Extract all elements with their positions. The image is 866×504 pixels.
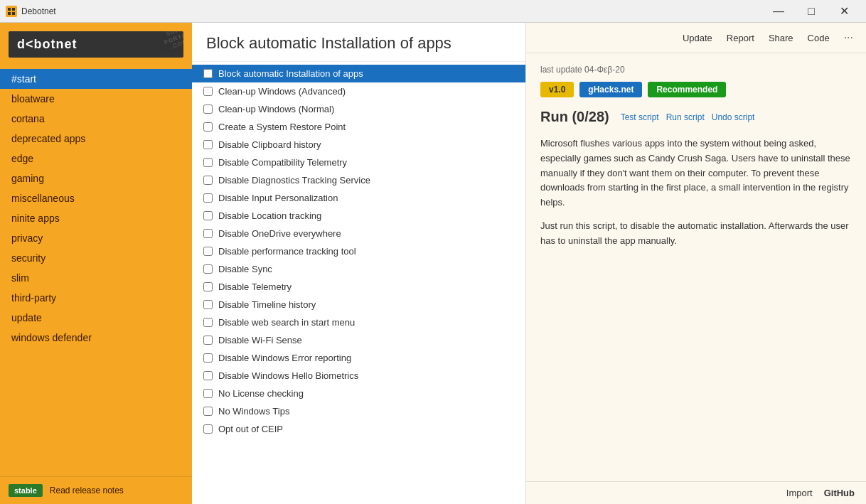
item-checkbox[interactable] (203, 336, 213, 345)
item-checkbox[interactable] (203, 104, 213, 114)
release-notes-link[interactable]: Read release notes (50, 486, 124, 495)
list-item[interactable]: Disable performance tracking tool (192, 242, 525, 260)
sidebar-item-third-party[interactable]: third-party (0, 288, 192, 308)
undo-script-button[interactable]: Undo script (712, 112, 755, 122)
list-item[interactable]: Opt out of CEIP (192, 420, 525, 438)
item-checkbox[interactable] (203, 176, 213, 185)
item-label: Disable Windows Error reporting (218, 353, 351, 363)
list-item[interactable]: Disable Wi-Fi Sense (192, 331, 525, 349)
description-1: Microsoft flushes various apps into the … (540, 136, 852, 210)
item-label: Disable performance tracking tool (218, 246, 356, 257)
list-item[interactable]: Disable Compatibility Telemetry (192, 154, 525, 171)
item-label: Disable Sync (218, 264, 272, 274)
minimize-button[interactable]: — (762, 0, 795, 23)
item-label: No License checking (218, 388, 304, 399)
window-controls: — □ ✕ (762, 0, 860, 23)
item-checkbox[interactable] (203, 407, 213, 416)
item-label: Clean-up Windows (Advanced) (218, 86, 346, 97)
item-label: Disable web search in start menu (218, 317, 355, 328)
item-label: Disable Windows Hello Biometrics (218, 370, 358, 381)
github-button[interactable]: GitHub (824, 488, 855, 498)
report-button[interactable]: Report (725, 30, 756, 46)
sidebar-item-bloatware[interactable]: bloatware (0, 89, 192, 109)
list-item[interactable]: Disable Telemetry (192, 278, 525, 296)
import-button[interactable]: Import (786, 488, 813, 498)
item-checkbox[interactable] (203, 371, 213, 380)
list-item[interactable]: Disable Diagnostics Tracking Service (192, 171, 525, 189)
update-button[interactable]: Update (681, 30, 714, 46)
watermark: SOFTPORTAL.COM (161, 31, 183, 52)
list-item[interactable]: Disable web search in start menu (192, 313, 525, 331)
sidebar-item-slim[interactable]: slim (0, 268, 192, 288)
item-checkbox[interactable] (203, 158, 213, 167)
item-checkbox[interactable] (203, 264, 213, 274)
item-checkbox[interactable] (203, 140, 213, 149)
item-checkbox[interactable] (203, 318, 213, 327)
item-checkbox[interactable] (203, 229, 213, 238)
share-button[interactable]: Share (767, 30, 795, 46)
list-item[interactable]: Disable Input Personalization (192, 189, 525, 207)
source-badge: gHacks.net (579, 82, 642, 97)
list-item[interactable]: No Windows Tips (192, 402, 525, 420)
item-checkbox[interactable] (203, 353, 213, 363)
item-checkbox[interactable] (203, 424, 213, 434)
list-item[interactable]: Clean-up Windows (Advanced) (192, 82, 525, 100)
item-label: Disable Clipboard history (218, 139, 321, 150)
item-label: Clean-up Windows (Normal) (218, 104, 334, 114)
item-label: Opt out of CEIP (218, 424, 283, 434)
sidebar-item-privacy[interactable]: privacy (0, 228, 192, 248)
item-label: Disable Wi-Fi Sense (218, 335, 302, 345)
list-item[interactable]: No License checking (192, 385, 525, 402)
list-item[interactable]: Disable Sync (192, 260, 525, 278)
sidebar-item-security[interactable]: security (0, 248, 192, 268)
test-script-button[interactable]: Test script (621, 112, 659, 122)
close-button[interactable]: ✕ (828, 0, 860, 23)
run-script-button[interactable]: Run script (666, 112, 705, 122)
item-checkbox[interactable] (203, 300, 213, 309)
item-label: Disable Diagnostics Tracking Service (218, 175, 370, 186)
sidebar-logo: d<botnet SOFTPORTAL.COM (9, 31, 183, 58)
maximize-button[interactable]: □ (795, 0, 828, 23)
list-item[interactable]: Disable Location tracking (192, 207, 525, 225)
list-item[interactable]: Clean-up Windows (Normal) (192, 100, 525, 118)
app-icon (6, 6, 17, 17)
sidebar-item-ninite-apps[interactable]: ninite apps (0, 208, 192, 228)
list-item[interactable]: Disable Windows Error reporting (192, 349, 525, 367)
item-checkbox[interactable] (203, 247, 213, 256)
recommended-badge: Recommended (648, 82, 726, 97)
sidebar-item-cortana[interactable]: cortana (0, 109, 192, 129)
description-2: Just run this script, to disable the aut… (540, 219, 852, 249)
item-checkbox[interactable] (203, 211, 213, 220)
sidebar-item-update[interactable]: update (0, 308, 192, 328)
item-checkbox[interactable] (203, 87, 213, 96)
code-button[interactable]: Code (806, 30, 831, 46)
sidebar-item-gaming[interactable]: gaming (0, 168, 192, 188)
sidebar-item-start[interactable]: #start (0, 69, 192, 89)
run-title: Run (0/28) (540, 109, 609, 125)
item-checkbox[interactable] (203, 389, 213, 398)
sidebar-item-windows-defender[interactable]: windows defender (0, 328, 192, 348)
sidebar-footer: stable Read release notes (0, 476, 192, 504)
item-checkbox[interactable] (203, 193, 213, 203)
item-checkbox[interactable] (203, 282, 213, 291)
sidebar-item-miscellaneous[interactable]: miscellaneous (0, 188, 192, 208)
list-item[interactable]: Block automatic Installation of apps (192, 65, 525, 82)
svg-rect-4 (12, 12, 15, 15)
list-item[interactable]: Disable Timeline history (192, 296, 525, 313)
right-panel: Update Report Share Code ··· last update… (526, 23, 866, 504)
sidebar-item-deprecated-apps[interactable]: deprecated apps (0, 129, 192, 149)
more-button[interactable]: ··· (843, 28, 855, 47)
list-item[interactable]: Disable Clipboard history (192, 136, 525, 154)
sidebar: d<botnet SOFTPORTAL.COM #startbloatwarec… (0, 23, 192, 504)
title-bar: Debotnet — □ ✕ (0, 0, 866, 23)
svg-rect-1 (8, 8, 11, 11)
item-checkbox[interactable] (203, 69, 213, 78)
app-title: Debotnet (21, 6, 56, 16)
middle-title: Block automatic Installation of apps (206, 34, 511, 53)
list-item[interactable]: Disable Windows Hello Biometrics (192, 367, 525, 385)
item-checkbox[interactable] (203, 122, 213, 132)
list-item[interactable]: Create a System Restore Point (192, 118, 525, 136)
main-content: d<botnet SOFTPORTAL.COM #startbloatwarec… (0, 23, 866, 504)
list-item[interactable]: Disable OneDrive everywhere (192, 225, 525, 242)
sidebar-item-edge[interactable]: edge (0, 149, 192, 168)
